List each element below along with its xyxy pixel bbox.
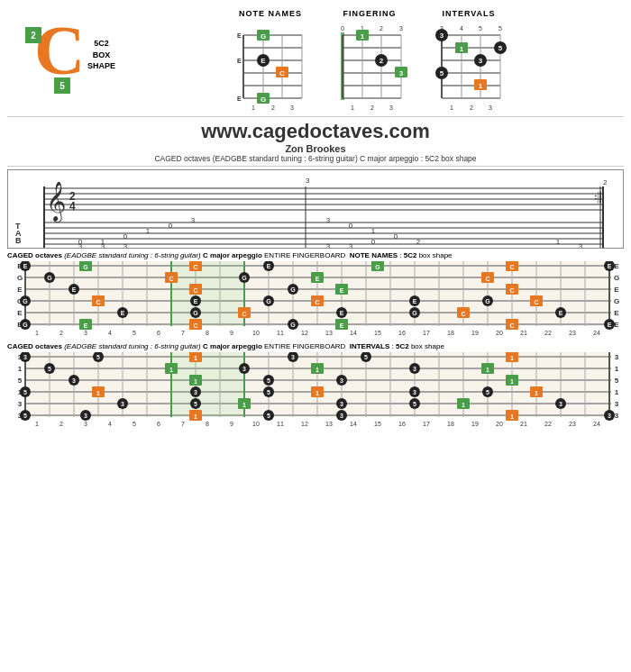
svg-text:3: 3 <box>72 377 76 384</box>
fingerboard2-title: CAGED octaves (EADGBE standard tuning : … <box>7 342 624 350</box>
svg-text:7: 7 <box>181 330 185 335</box>
svg-text:3: 3 <box>290 104 294 111</box>
svg-text:C: C <box>279 69 285 77</box>
note-names-svg: E E E 1 2 3 G E C G <box>230 22 311 112</box>
intervals-title: INTERVALS <box>442 9 495 18</box>
svg-text:4: 4 <box>108 421 112 426</box>
svg-text:C: C <box>509 322 514 329</box>
svg-text:23: 23 <box>569 421 576 426</box>
svg-text:E: E <box>608 322 612 328</box>
svg-text:3: 3 <box>84 413 87 419</box>
svg-text:10: 10 <box>252 421 260 426</box>
svg-text:C: C <box>169 276 173 282</box>
svg-text:3: 3 <box>101 242 105 249</box>
svg-text:E: E <box>614 321 619 329</box>
svg-text:G: G <box>23 298 28 304</box>
svg-text:4: 4 <box>108 330 112 335</box>
svg-text:E: E <box>340 310 344 316</box>
svg-text:0: 0 <box>371 238 376 246</box>
svg-text:24: 24 <box>593 330 600 335</box>
svg-text:1: 1 <box>510 413 514 420</box>
svg-text:3: 3 <box>579 242 583 249</box>
svg-text:C: C <box>193 322 197 329</box>
svg-text:C: C <box>509 287 514 294</box>
svg-text:3: 3 <box>84 330 87 335</box>
svg-text:3: 3 <box>399 25 403 32</box>
svg-text:3: 3 <box>399 69 404 77</box>
svg-text:1: 1 <box>510 378 514 385</box>
svg-text:1: 1 <box>479 82 483 90</box>
svg-text:E: E <box>559 310 563 316</box>
svg-text:0: 0 <box>123 232 128 241</box>
svg-text:3: 3 <box>194 389 197 395</box>
fingerboard2: 3 1 5 1 3 3 3 1 5 1 3 3 <box>7 352 622 426</box>
svg-text:1: 1 <box>242 402 246 408</box>
svg-rect-269 <box>25 352 611 417</box>
svg-text:14: 14 <box>350 330 357 335</box>
svg-text:5: 5 <box>48 366 51 372</box>
svg-text:15: 15 <box>374 330 381 335</box>
svg-text:G: G <box>193 310 198 316</box>
svg-text:5: 5 <box>267 377 270 384</box>
svg-text:1: 1 <box>18 365 23 373</box>
svg-text:10: 10 <box>252 330 260 335</box>
note-names-diagram: NOTE NAMES E E E 1 2 <box>230 9 311 112</box>
svg-text:1: 1 <box>361 32 365 41</box>
svg-text:5: 5 <box>440 69 444 77</box>
svg-text:9: 9 <box>230 330 233 335</box>
svg-text:G: G <box>242 275 247 281</box>
svg-text:G: G <box>23 322 28 328</box>
svg-text:G: G <box>290 322 296 328</box>
svg-text:1: 1 <box>462 402 465 408</box>
fingering-title: FINGERING <box>343 9 396 18</box>
notation-svg: 𝄞 2 4 T A B 3 1 0 1 0 3 0 3 3 3 0 1 0 2 … <box>8 170 623 249</box>
svg-text:14: 14 <box>350 421 357 426</box>
svg-text:𝄇: 𝄇 <box>594 190 601 205</box>
svg-text:0: 0 <box>169 222 173 230</box>
svg-text:1: 1 <box>510 355 514 361</box>
svg-text:E: E <box>614 309 619 317</box>
svg-text:E: E <box>267 263 271 269</box>
svg-text:2: 2 <box>59 421 63 426</box>
svg-text:1: 1 <box>316 390 319 396</box>
svg-text:3: 3 <box>123 242 128 249</box>
svg-text:5: 5 <box>498 44 503 52</box>
svg-text:E: E <box>608 263 612 269</box>
svg-text:1: 1 <box>96 390 100 396</box>
svg-text:E: E <box>340 322 344 329</box>
svg-text:G: G <box>83 264 88 270</box>
note-names-title: NOTE NAMES <box>239 9 302 18</box>
svg-text:3: 3 <box>615 353 619 361</box>
svg-text:1: 1 <box>194 355 197 361</box>
svg-text:8: 8 <box>206 330 209 335</box>
svg-text:1: 1 <box>251 104 255 111</box>
svg-text:C: C <box>96 299 100 305</box>
svg-text:5: 5 <box>615 377 619 385</box>
svg-text:5: 5 <box>194 401 197 407</box>
svg-text:C: C <box>193 264 197 270</box>
fingerboard1-svg: E G E G E E E G E G E E <box>7 261 622 335</box>
svg-text:1: 1 <box>371 227 376 235</box>
svg-text:C: C <box>509 264 514 270</box>
svg-text:17: 17 <box>423 421 430 426</box>
svg-text:G: G <box>290 286 296 293</box>
svg-text:1: 1 <box>169 367 173 373</box>
svg-text:1: 1 <box>460 45 464 53</box>
notation-section: 𝄞 2 4 T A B 3 1 0 1 0 3 0 3 3 3 0 1 0 2 … <box>7 169 624 249</box>
svg-text:12: 12 <box>301 330 308 335</box>
svg-text:3: 3 <box>340 377 343 384</box>
svg-text:15: 15 <box>374 421 381 426</box>
svg-text:E: E <box>237 32 242 39</box>
svg-text:16: 16 <box>398 421 406 426</box>
svg-text:3: 3 <box>306 177 310 185</box>
svg-text:4: 4 <box>69 200 76 213</box>
svg-text:3: 3 <box>340 401 343 407</box>
svg-text:6: 6 <box>157 330 160 335</box>
svg-text:3: 3 <box>84 421 87 426</box>
svg-text:1: 1 <box>486 367 489 373</box>
svg-text:1: 1 <box>194 378 197 385</box>
svg-text:3: 3 <box>559 401 562 407</box>
svg-text:C: C <box>193 287 197 294</box>
svg-text:9: 9 <box>230 421 233 426</box>
svg-text:G: G <box>375 264 380 270</box>
